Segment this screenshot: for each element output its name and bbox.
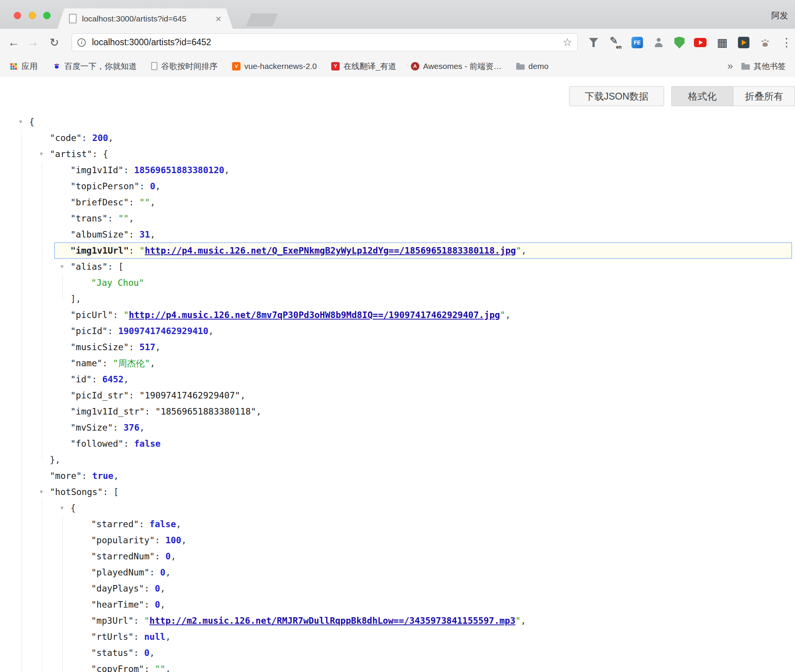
bookmarks-right-group: » 其他书签 (728, 60, 786, 72)
maximize-window-button[interactable] (43, 12, 51, 19)
tab-close-icon[interactable]: × (216, 14, 221, 24)
json-token: "more" (50, 471, 82, 481)
json-line: "popularity": 100, (0, 532, 795, 548)
json-token: , (256, 406, 262, 416)
bookmark-item[interactable]: Vvue-hackernews-2.0 (232, 62, 317, 71)
profile-name[interactable]: 阿发 (771, 10, 788, 21)
forward-icon[interactable] (25, 35, 41, 50)
qr-extension-icon[interactable] (714, 35, 731, 50)
json-token: "topicPerson" (70, 181, 139, 191)
json-token: , (176, 519, 182, 529)
json-token: : (145, 406, 155, 416)
bookmark-item[interactable]: demo (516, 62, 549, 71)
json-token: : (113, 310, 124, 320)
json-token: , (240, 390, 245, 400)
browser-menu-icon[interactable] (778, 35, 795, 50)
json-token: "status" (91, 648, 134, 658)
bookmark-item[interactable]: 应用 (9, 61, 38, 72)
shield-icon (674, 37, 685, 49)
bookmark-item[interactable]: 谷歌按时间排序 (151, 61, 218, 72)
json-line: ▼"hotSongs": [ (0, 484, 795, 500)
collapse-caret-icon[interactable]: ▼ (57, 259, 67, 275)
json-token: null (144, 632, 165, 642)
bookmark-label: 百度一下，你就知道 (64, 61, 137, 72)
page-info-icon[interactable] (77, 38, 86, 47)
tab-strip: localhost:3000/artists?id=645 × 阿发 (0, 0, 795, 29)
json-url-link[interactable]: http://p4.music.126.net/Q_ExePNkmgB2yWyL… (145, 246, 516, 256)
json-token: "popularity" (91, 535, 155, 545)
adblock-extension-icon[interactable] (671, 35, 688, 50)
bookmark-label: 谷歌按时间排序 (161, 61, 218, 72)
json-token: : (82, 133, 92, 143)
json-url-link[interactable]: http://p4.music.126.net/8mv7qP30Pd3oHW8b… (129, 310, 500, 320)
json-token: "" (139, 197, 150, 207)
collapse-caret-icon[interactable]: ▼ (36, 484, 47, 500)
collapse-caret-icon[interactable]: ▼ (15, 114, 26, 130)
fe-icon: FE (631, 37, 643, 48)
json-token: , (165, 567, 171, 577)
json-token: { (29, 117, 34, 127)
json-token: 0 (144, 648, 149, 658)
json-token: "img1v1Id" (70, 165, 123, 175)
profile-extension-icon[interactable] (650, 35, 667, 50)
active-tab[interactable]: localhost:3000/artists?id=645 × (57, 8, 233, 29)
bookmark-item[interactable]: AAwesomes - 前端资… (411, 61, 502, 72)
json-token: : (134, 632, 144, 642)
bookmarks-overflow-chevron[interactable]: » (728, 60, 733, 72)
collapse-all-button[interactable]: 折叠所有 (733, 86, 795, 106)
other-bookmarks-folder[interactable]: 其他书签 (741, 61, 786, 72)
youtube-extension-icon[interactable] (692, 35, 708, 50)
json-token: 0 (160, 567, 165, 577)
json-token: "" (118, 213, 129, 223)
json-line: "playedNum": 0, (0, 564, 795, 580)
paw-extension-icon[interactable] (757, 35, 774, 50)
json-token: { (103, 149, 108, 159)
json-token: : (144, 600, 155, 610)
json-token: "id" (70, 374, 92, 384)
folder-icon (516, 64, 525, 70)
json-token: false (149, 519, 176, 529)
json-token: 200 (92, 133, 108, 143)
json-line: "mp3Url": "http://m2.music.126.net/RMJR7… (0, 613, 795, 629)
menu-dots-icon (781, 37, 792, 48)
json-line: "picId": 19097417462929410, (0, 323, 795, 339)
json-token: "hotSongs" (50, 487, 103, 497)
json-token: 0 (165, 551, 171, 561)
json-token: 31 (139, 229, 150, 239)
json-url-link[interactable]: http://m2.music.126.net/RMJR7wDullRqppBk… (149, 616, 515, 626)
fehelper-extension-icon[interactable]: FE (629, 35, 646, 50)
json-line: "albumSize": 31, (0, 226, 795, 243)
json-token: }, (50, 455, 61, 465)
reload-icon[interactable] (47, 35, 62, 50)
player-extension-icon[interactable] (735, 35, 752, 50)
download-json-button[interactable]: 下载JSON数据 (569, 86, 664, 106)
awesomes-icon: A (411, 62, 419, 70)
json-token: [ (118, 262, 124, 272)
new-tab-button[interactable] (246, 13, 278, 26)
translate-extension-icon[interactable] (607, 35, 623, 50)
json-token: " (515, 616, 521, 626)
json-line: "musicSize": 517, (0, 339, 795, 355)
json-token: 18569651883380120 (134, 165, 224, 175)
json-line: ▼{ (0, 500, 795, 516)
filter-extension-icon[interactable] (585, 35, 602, 50)
json-token: , (505, 310, 511, 320)
json-token: "dayPlays" (91, 583, 144, 593)
json-token: : (149, 567, 160, 577)
back-icon[interactable] (6, 35, 21, 50)
address-bar[interactable]: localhost:3000/artists?id=6452 (72, 33, 578, 51)
minimize-window-button[interactable] (29, 12, 36, 19)
bookmark-star-icon[interactable] (563, 37, 572, 48)
json-token: : (144, 664, 155, 672)
json-token: , (149, 648, 155, 658)
json-line: "status": 0, (0, 645, 795, 661)
bookmark-item[interactable]: Y在线翻译_有道 (331, 61, 396, 72)
bookmark-item[interactable]: 百度一下，你就知道 (52, 61, 137, 72)
json-line: "Jay Chou" (0, 275, 795, 291)
json-line: "mvSize": 376, (0, 420, 795, 436)
collapse-caret-icon[interactable]: ▼ (36, 146, 47, 162)
json-token: 517 (139, 342, 155, 352)
collapse-caret-icon[interactable]: ▼ (57, 500, 67, 516)
close-window-button[interactable] (14, 12, 21, 19)
format-button[interactable]: 格式化 (671, 86, 733, 106)
